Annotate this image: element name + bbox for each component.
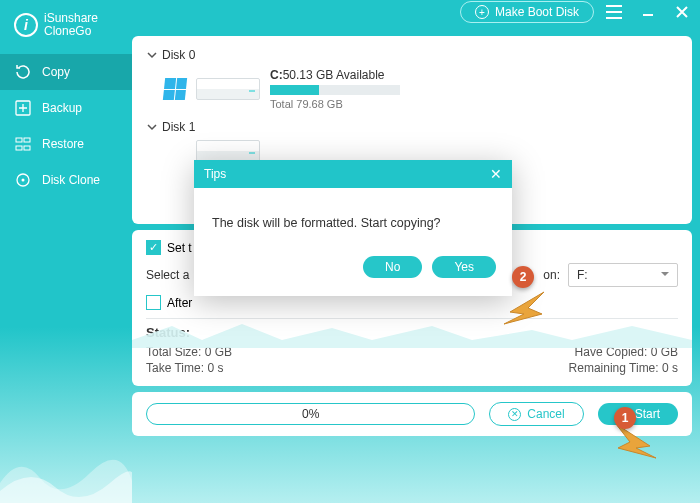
usage-bar	[270, 85, 400, 95]
sidebar-item-diskclone[interactable]: Disk Clone	[0, 162, 132, 198]
svg-point-6	[22, 179, 25, 182]
sidebar-label: Restore	[42, 137, 84, 151]
sidebar-label: Disk Clone	[42, 173, 100, 187]
dialog-yes-button[interactable]: Yes	[432, 256, 496, 278]
dialog-message: The disk will be formatted. Start copyin…	[194, 188, 512, 246]
close-button[interactable]	[668, 0, 696, 26]
after-checkbox[interactable]: After	[146, 295, 678, 310]
callout-badge-2: 2	[512, 266, 534, 288]
boot-label: Make Boot Disk	[495, 5, 579, 19]
chevron-down-icon	[146, 121, 158, 133]
checkbox-on-icon: ✓	[146, 240, 161, 255]
menu-button[interactable]	[600, 0, 628, 26]
checkbox-off-icon	[146, 295, 161, 310]
hdd-icon	[196, 140, 260, 162]
status-block: Status: Total Size: 0 GBHave Copied: 0 G…	[146, 318, 678, 376]
copy-icon	[14, 63, 32, 81]
dialog-no-button[interactable]: No	[363, 256, 422, 278]
status-title: Status:	[146, 325, 678, 340]
callout-arrow-1	[608, 420, 658, 460]
partition-select[interactable]: F:	[568, 263, 678, 287]
svg-rect-4	[24, 146, 30, 150]
sidebar-label: Copy	[42, 65, 70, 79]
partition-label: on:	[543, 268, 560, 282]
progress-bar: 0%	[146, 403, 475, 425]
svg-rect-2	[24, 138, 30, 142]
cancel-button[interactable]: ✕Cancel	[489, 402, 583, 426]
logo-icon: i	[14, 13, 38, 37]
restore-icon	[14, 135, 32, 153]
cancel-icon: ✕	[508, 408, 521, 421]
sidebar-item-restore[interactable]: Restore	[0, 126, 132, 162]
sidebar-label: Backup	[42, 101, 82, 115]
drive-c[interactable]: C:50.13 GB Available Total 79.68 GB	[146, 68, 678, 118]
disk0-header[interactable]: Disk 0	[146, 48, 678, 62]
hdd-icon	[196, 78, 260, 100]
chevron-down-icon	[146, 49, 158, 61]
dialog-close-button[interactable]: ✕	[490, 166, 502, 182]
windows-icon	[163, 78, 187, 100]
sidebar-item-copy[interactable]: Copy	[0, 54, 132, 90]
disk-clone-icon	[14, 171, 32, 189]
backup-icon	[14, 99, 32, 117]
confirm-dialog: Tips ✕ The disk will be formatted. Start…	[194, 160, 512, 296]
plus-icon: +	[475, 5, 489, 19]
logo-line2: CloneGo	[44, 25, 98, 38]
app-logo: i iSunshare CloneGo	[0, 0, 132, 54]
sidebar: i iSunshare CloneGo Copy Backup Restore …	[0, 0, 132, 503]
minimize-button[interactable]	[634, 0, 662, 26]
dialog-title: Tips	[204, 167, 226, 181]
titlebar: + Make Boot Disk	[460, 0, 696, 26]
select-label: Select a	[146, 268, 189, 282]
svg-rect-1	[16, 138, 22, 142]
sidebar-item-backup[interactable]: Backup	[0, 90, 132, 126]
callout-arrow-2	[498, 288, 548, 332]
callout-badge-1: 1	[614, 407, 636, 429]
decor-hills	[0, 443, 132, 503]
drive-total: Total 79.68 GB	[270, 98, 400, 110]
make-boot-disk-button[interactable]: + Make Boot Disk	[460, 1, 594, 23]
disk1-header[interactable]: Disk 1	[146, 120, 678, 134]
svg-rect-3	[16, 146, 22, 150]
